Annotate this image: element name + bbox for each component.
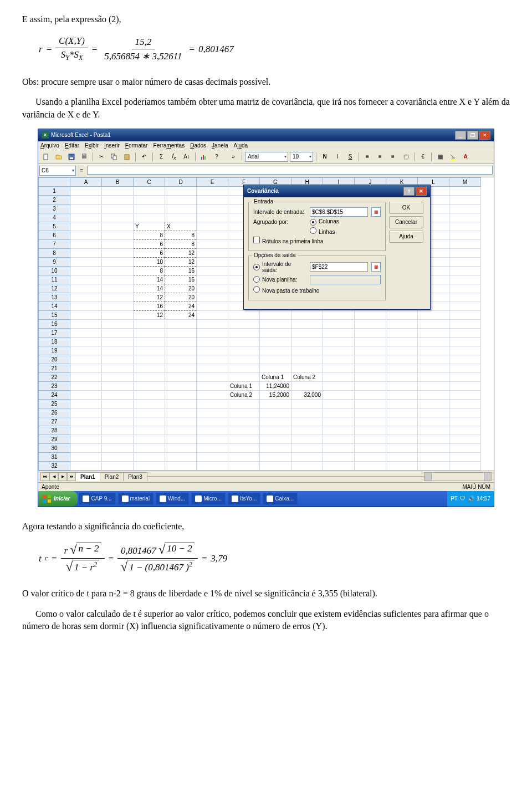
- cancel-button[interactable]: Cancelar: [389, 216, 423, 228]
- cell[interactable]: [449, 186, 481, 195]
- cell[interactable]: [386, 310, 418, 319]
- cell[interactable]: [102, 239, 134, 248]
- cell[interactable]: [449, 408, 481, 417]
- cell[interactable]: [102, 328, 134, 337]
- cell[interactable]: [418, 426, 449, 435]
- cell[interactable]: [418, 346, 449, 355]
- cell[interactable]: [134, 186, 165, 195]
- cell[interactable]: [323, 390, 355, 399]
- cell[interactable]: [134, 213, 165, 222]
- cell[interactable]: [165, 204, 197, 213]
- menu-editar[interactable]: Editar: [65, 142, 79, 149]
- cell[interactable]: 24: [165, 310, 197, 319]
- cell[interactable]: [134, 381, 165, 390]
- cell[interactable]: [70, 443, 102, 452]
- open-icon[interactable]: [53, 151, 64, 162]
- cell[interactable]: [418, 390, 449, 399]
- cell[interactable]: [355, 417, 386, 426]
- cell[interactable]: 16: [165, 275, 197, 284]
- cell[interactable]: [260, 364, 291, 372]
- cell[interactable]: [228, 417, 260, 426]
- radio-columns[interactable]: Colunas: [310, 218, 339, 226]
- cell[interactable]: 8: [165, 231, 197, 239]
- cell[interactable]: [197, 319, 228, 328]
- cell[interactable]: [228, 461, 260, 470]
- cell[interactable]: [102, 435, 134, 443]
- tab-nav-last-icon[interactable]: ⏭: [67, 472, 76, 481]
- cell[interactable]: [418, 372, 449, 381]
- print-icon[interactable]: [79, 151, 90, 162]
- menu-ferramentas[interactable]: Ferramentas: [153, 142, 185, 149]
- cell[interactable]: [228, 399, 260, 408]
- cell[interactable]: [197, 461, 228, 470]
- menu-ajuda[interactable]: Ajuda: [234, 142, 248, 149]
- cell[interactable]: [449, 293, 481, 302]
- cell[interactable]: [134, 204, 165, 213]
- cell[interactable]: [260, 355, 291, 364]
- cell[interactable]: Coluna 2: [228, 390, 260, 399]
- cell[interactable]: [355, 337, 386, 346]
- fill-color-icon[interactable]: [447, 151, 458, 162]
- output-range-picker-icon[interactable]: ▦: [371, 262, 381, 272]
- more-buttons-icon[interactable]: »: [228, 151, 239, 162]
- hscroll-left-icon[interactable]: [424, 473, 432, 481]
- sort-asc-icon[interactable]: A↓: [181, 151, 192, 162]
- cell[interactable]: [165, 195, 197, 204]
- cell[interactable]: [418, 408, 449, 417]
- cell[interactable]: [260, 461, 291, 470]
- cell[interactable]: [165, 328, 197, 337]
- cell[interactable]: [449, 239, 481, 248]
- cell[interactable]: 12: [165, 248, 197, 257]
- cell[interactable]: 32,000: [291, 390, 323, 399]
- cell[interactable]: [102, 337, 134, 346]
- cell[interactable]: [102, 461, 134, 470]
- checkbox-labels-first-row[interactable]: Rótulos na primeira linha: [253, 237, 324, 244]
- cell[interactable]: [386, 426, 418, 435]
- cell[interactable]: 8: [134, 231, 165, 239]
- cell[interactable]: [228, 346, 260, 355]
- cell[interactable]: [134, 461, 165, 470]
- cell[interactable]: [70, 372, 102, 381]
- taskbar-item[interactable]: ItsYo...: [228, 493, 260, 505]
- copy-icon[interactable]: [109, 151, 120, 162]
- align-center-icon[interactable]: ≡: [375, 151, 386, 162]
- cell[interactable]: [70, 204, 102, 213]
- cell[interactable]: [449, 257, 481, 266]
- cell[interactable]: 10: [134, 257, 165, 266]
- cell[interactable]: [102, 266, 134, 275]
- cell[interactable]: 11,24000: [260, 381, 291, 390]
- cell[interactable]: [386, 319, 418, 328]
- cut-icon[interactable]: ✂: [96, 151, 107, 162]
- cell[interactable]: [197, 328, 228, 337]
- cell[interactable]: 12: [134, 310, 165, 319]
- cell[interactable]: [197, 302, 228, 310]
- save-icon[interactable]: [66, 151, 77, 162]
- cell[interactable]: [323, 399, 355, 408]
- cell[interactable]: [102, 443, 134, 452]
- help-button[interactable]: Ajuda: [389, 231, 423, 243]
- cell[interactable]: [355, 364, 386, 372]
- cell[interactable]: [197, 443, 228, 452]
- cell[interactable]: [70, 293, 102, 302]
- dialog-help-button[interactable]: ?: [403, 187, 415, 196]
- cell[interactable]: [386, 346, 418, 355]
- cell[interactable]: [102, 372, 134, 381]
- cell[interactable]: [102, 399, 134, 408]
- cell[interactable]: [355, 355, 386, 364]
- cell[interactable]: [228, 408, 260, 417]
- cell[interactable]: 12: [165, 257, 197, 266]
- cell[interactable]: [323, 372, 355, 381]
- cell[interactable]: [260, 408, 291, 417]
- cell[interactable]: [70, 239, 102, 248]
- cell[interactable]: [260, 452, 291, 461]
- maximize-button[interactable]: 🗖: [467, 131, 478, 140]
- cell[interactable]: 8: [165, 239, 197, 248]
- cell[interactable]: [70, 417, 102, 426]
- cell[interactable]: [134, 355, 165, 364]
- ok-button[interactable]: OK: [389, 202, 423, 214]
- tray-icon[interactable]: 🔊: [468, 495, 474, 502]
- italic-icon[interactable]: I: [332, 151, 343, 162]
- cell[interactable]: [102, 222, 134, 231]
- cell[interactable]: [449, 248, 481, 257]
- cell[interactable]: [449, 266, 481, 275]
